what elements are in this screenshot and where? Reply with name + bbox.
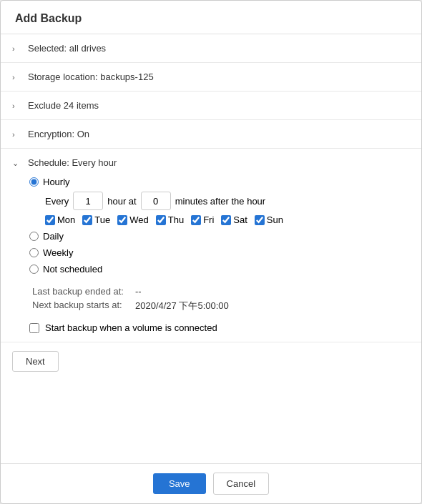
day-sun-label[interactable]: Sun [267,214,283,225]
minutes-input[interactable] [141,192,171,210]
last-backup-value: -- [135,286,142,297]
day-wed: Wed [117,214,149,225]
schedule-header[interactable]: ⌄ Schedule: Every hour [12,157,410,168]
dialog-footer: Save Cancel [1,463,421,503]
schedule-option-daily: Daily [29,231,410,242]
add-backup-dialog: Add Backup › Selected: all drives › Stor… [0,0,422,504]
hourly-details: Every hour at minutes after the hour [45,192,410,210]
cancel-button[interactable]: Cancel [213,473,269,495]
day-sat-label[interactable]: Sat [233,214,247,225]
every-hour-input[interactable] [73,192,103,210]
checkbox-sat[interactable] [221,215,231,225]
checkbox-thu[interactable] [156,215,166,225]
day-fri: Fri [191,214,214,225]
radio-daily-label[interactable]: Daily [43,231,64,242]
radio-hourly-label[interactable]: Hourly [43,177,70,187]
save-button[interactable]: Save [153,473,206,494]
radio-weekly-label[interactable]: Weekly [43,247,73,258]
hour-label: hour at [107,196,136,207]
day-mon: Mon [45,214,75,225]
section-storage[interactable]: › Storage location: backups-125 [1,63,421,92]
checkbox-fri[interactable] [191,215,201,225]
dialog-body: › Selected: all drives › Storage locatio… [1,34,421,463]
section-drives-label: Selected: all drives [28,43,106,54]
section-storage-label: Storage location: backups-125 [28,71,154,82]
day-thu: Thu [156,214,184,225]
dialog-title: Add Backup [1,1,421,34]
chevron-exclude-icon: › [12,101,22,111]
chevron-encryption-icon: › [12,129,22,139]
radio-not-scheduled[interactable] [29,265,39,274]
section-exclude-label: Exclude 24 items [28,100,99,111]
day-tue-label[interactable]: Tue [94,214,110,225]
chevron-schedule-icon: ⌄ [12,158,22,168]
checkbox-mon[interactable] [45,215,55,225]
day-sun: Sun [255,214,283,225]
day-sat: Sat [221,214,247,225]
next-button[interactable]: Next [12,351,59,372]
day-mon-label[interactable]: Mon [57,214,75,225]
checkbox-tue[interactable] [82,215,92,225]
days-row: Mon Tue Wed [45,214,410,225]
schedule-option-not-scheduled: Not scheduled [29,264,410,275]
schedule-option-hourly: Hourly Every hour at minutes after the h… [29,177,410,225]
next-backup-label: Next backup starts at: [32,300,132,312]
chevron-storage-icon: › [12,72,22,82]
schedule-radio-group: Hourly Every hour at minutes after the h… [29,177,410,275]
schedule-content: Hourly Every hour at minutes after the h… [12,177,410,333]
checkbox-sun[interactable] [255,215,265,225]
volume-connected-label[interactable]: Start backup when a volume is connected [45,322,217,333]
next-button-row: Next [1,342,421,380]
radio-not-scheduled-label[interactable]: Not scheduled [43,264,102,275]
section-schedule: ⌄ Schedule: Every hour Hourly Every [1,149,421,342]
next-backup-row: Next backup starts at: 2020/4/27 下午5:00:… [32,300,410,312]
day-fri-label[interactable]: Fri [203,214,214,225]
day-tue: Tue [82,214,110,225]
last-backup-row: Last backup ended at: -- [32,286,410,297]
radio-hourly[interactable] [29,177,39,187]
radio-daily[interactable] [29,232,39,241]
chevron-drives-icon: › [12,44,22,54]
checkbox-wed[interactable] [117,215,127,225]
checkbox-volume-connected[interactable] [29,323,39,333]
next-backup-value: 2020/4/27 下午5:00:00 [135,300,229,312]
day-wed-label[interactable]: Wed [129,214,149,225]
section-exclude[interactable]: › Exclude 24 items [1,92,421,120]
backup-info: Last backup ended at: -- Next backup sta… [32,286,410,312]
minutes-label: minutes after the hour [175,196,265,207]
schedule-option-weekly: Weekly [29,247,410,258]
radio-weekly[interactable] [29,248,39,257]
day-thu-label[interactable]: Thu [168,214,184,225]
schedule-header-label: Schedule: Every hour [28,157,117,168]
section-encryption-label: Encryption: On [28,129,89,139]
last-backup-label: Last backup ended at: [32,286,132,297]
section-encryption[interactable]: › Encryption: On [1,120,421,149]
volume-connected-row: Start backup when a volume is connected [29,322,410,333]
section-drives[interactable]: › Selected: all drives [1,34,421,63]
every-label: Every [45,196,69,207]
